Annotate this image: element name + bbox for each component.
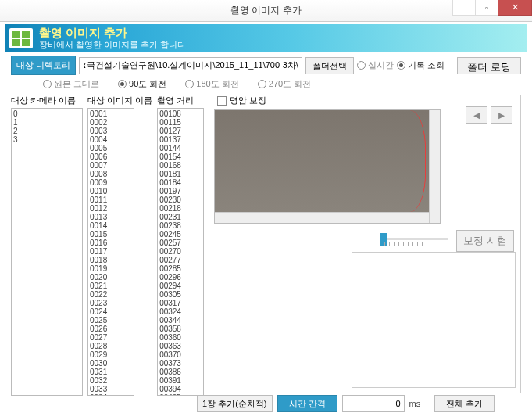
distance-item[interactable]: 00257 [159,239,202,247]
image-item[interactable]: 0024 [90,307,132,316]
distance-item[interactable]: 00238 [159,221,202,230]
distance-item[interactable]: 00184 [159,178,202,187]
distance-item[interactable]: 00324 [159,307,202,316]
image-item[interactable]: 0001 [90,109,132,118]
realtime-radio[interactable]: 실시간 [357,59,394,71]
distance-listbox[interactable]: 0010800115001270013700144001540016800181… [157,108,204,396]
image-item[interactable]: 0026 [90,325,132,333]
distance-item[interactable]: 00218 [159,204,202,213]
image-item[interactable]: 0015 [90,230,132,239]
distance-item[interactable]: 00391 [159,376,202,385]
distance-item[interactable]: 00168 [159,161,202,170]
distance-item[interactable]: 00115 [159,118,202,127]
close-button[interactable]: ✕ [498,0,532,16]
add-one-button[interactable]: 1장 추가(순차적) [197,395,273,412]
image-item[interactable]: 0027 [90,333,132,342]
distance-item[interactable]: 00405 [159,393,202,396]
maximize-button[interactable]: ▫ [475,0,498,16]
image-item[interactable]: 0002 [90,118,132,127]
image-item[interactable]: 0013 [90,213,132,221]
distance-item[interactable]: 00197 [159,187,202,196]
add-all-button[interactable]: 전체 추가 [434,395,495,412]
image-item[interactable]: 0008 [90,170,132,178]
camera-item[interactable]: 3 [13,135,80,144]
distance-item[interactable]: 00270 [159,247,202,256]
camera-listbox[interactable]: 0123 [11,108,83,396]
distance-item[interactable]: 00144 [159,144,202,153]
image-item[interactable]: 0012 [90,204,132,213]
image-item[interactable]: 0017 [90,247,132,256]
correction-test-button[interactable]: 보정 시험 [456,230,514,252]
image-item[interactable]: 0014 [90,221,132,230]
distance-item[interactable]: 00296 [159,273,202,282]
distance-item[interactable]: 00108 [159,109,202,118]
distance-item[interactable]: 00394 [159,385,202,393]
image-item[interactable]: 0003 [90,127,132,135]
slider-thumb[interactable] [380,233,387,246]
image-item[interactable]: 0005 [90,144,132,153]
preview-v-scrollbar[interactable] [429,110,440,223]
image-item[interactable]: 0016 [90,239,132,247]
image-item[interactable]: 0029 [90,350,132,359]
image-listbox[interactable]: 0001000200030004000500060007000800090010… [87,108,134,396]
distance-item[interactable]: 00181 [159,170,202,178]
directory-input[interactable] [79,57,302,74]
distance-item[interactable]: 00360 [159,333,202,342]
preview-h-scrollbar[interactable] [215,212,429,223]
distance-item[interactable]: 00127 [159,127,202,135]
image-item[interactable]: 0023 [90,299,132,307]
image-item[interactable]: 0028 [90,342,132,350]
distance-item[interactable]: 00137 [159,135,202,144]
rotation-180[interactable]: 180도 회전 [185,78,238,90]
next-image-button[interactable]: ► [491,106,512,124]
distance-item[interactable]: 00231 [159,213,202,221]
prev-image-button[interactable]: ◄ [466,106,487,124]
brightness-slider[interactable] [380,233,448,249]
distance-item[interactable]: 00358 [159,325,202,333]
rotation-90[interactable]: 90도 회전 [118,78,166,90]
distance-item[interactable]: 00386 [159,368,202,376]
distance-item[interactable]: 00285 [159,264,202,273]
distance-item[interactable]: 00294 [159,282,202,290]
image-item[interactable]: 0034 [90,393,132,396]
image-item[interactable]: 0022 [90,290,132,299]
image-item[interactable]: 0004 [90,135,132,144]
camera-item[interactable]: 2 [13,127,80,135]
image-item[interactable]: 0025 [90,316,132,325]
camera-item[interactable]: 0 [13,109,80,118]
distance-item[interactable]: 00373 [159,359,202,368]
distance-item[interactable]: 00245 [159,230,202,239]
image-item[interactable]: 0030 [90,359,132,368]
rotation-270[interactable]: 270도 회전 [258,78,311,90]
time-interval-button[interactable]: 시간 간격 [277,395,337,412]
image-item[interactable]: 0010 [90,187,132,196]
distance-item[interactable]: 00344 [159,316,202,325]
image-item[interactable]: 0007 [90,161,132,170]
image-item[interactable]: 0021 [90,282,132,290]
banner-icon [9,28,33,48]
image-item[interactable]: 0011 [90,196,132,204]
image-item[interactable]: 0018 [90,256,132,264]
distance-item[interactable]: 00154 [159,153,202,161]
distance-item[interactable]: 00363 [159,342,202,350]
distance-item[interactable]: 00277 [159,256,202,264]
image-item[interactable]: 0033 [90,385,132,393]
image-item[interactable]: 0031 [90,368,132,376]
image-item[interactable]: 0019 [90,264,132,273]
image-item[interactable]: 0020 [90,273,132,282]
rotation-keep[interactable]: 원본 그대로 [43,78,99,90]
image-item[interactable]: 0032 [90,376,132,385]
minimize-button[interactable]: — [452,0,476,16]
distance-item[interactable]: 00317 [159,299,202,307]
distance-item[interactable]: 00230 [159,196,202,204]
brightness-correction-checkbox[interactable]: 명암 보정 [214,95,270,106]
distance-item[interactable]: 00370 [159,350,202,359]
record-view-radio[interactable]: 기록 조회 [397,59,445,71]
interval-input[interactable] [342,395,405,412]
browse-button[interactable]: 폴더선택 [305,57,354,74]
image-item[interactable]: 0009 [90,178,132,187]
image-item[interactable]: 0006 [90,153,132,161]
distance-item[interactable]: 00305 [159,290,202,299]
load-folder-button[interactable]: 폴더 로딩 [457,57,521,74]
camera-item[interactable]: 1 [13,118,80,127]
